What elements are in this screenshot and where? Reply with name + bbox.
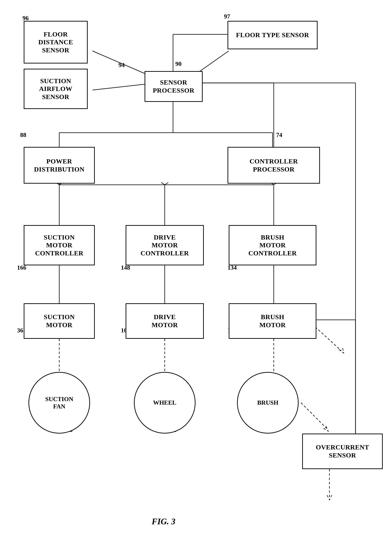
suction-motor-controller-box: SUCTIONMOTORCONTROLLER <box>24 225 95 265</box>
ref-88: 88 <box>20 131 26 139</box>
ref-90: 90 <box>175 60 182 67</box>
brush-motor-box: BRUSHMOTOR <box>229 303 316 339</box>
svg-line-28 <box>315 327 341 351</box>
wheel-circle: WHEEL <box>134 372 196 433</box>
ref-97: 97 <box>224 13 230 20</box>
brush-motor-controller-box: BRUSHMOTORCONTROLLER <box>229 225 316 265</box>
suction-fan-circle: SUCTIONFAN <box>29 372 90 433</box>
ref-74: 74 <box>276 131 282 139</box>
ref-94: 94 <box>118 62 125 69</box>
svg-line-31 <box>301 403 327 429</box>
overcurrent-sensor-box: OVERCURRENTSENSOR <box>302 433 383 469</box>
svg-line-2 <box>92 84 146 90</box>
ref-36: 36 <box>17 327 23 334</box>
floor-type-sensor-box: FLOOR TYPE SENSOR <box>227 21 318 49</box>
suction-airflow-sensor-box: SUCTIONAIRFLOWSENSOR <box>24 69 88 109</box>
power-distribution-box: POWERDISTRIBUTION <box>24 147 95 184</box>
figure-label: FIG. 3 <box>152 516 175 526</box>
suction-motor-box: SUCTIONMOTOR <box>24 303 95 339</box>
controller-processor-box: CONTROLLERPROCESSOR <box>227 147 320 184</box>
diagram-container: 96 97 94 90 88 74 166 148 134 36 104 100… <box>0 0 392 539</box>
brush-circle: BRUSH <box>237 372 299 433</box>
svg-line-1 <box>197 51 229 73</box>
drive-motor-box: DRIVEMOTOR <box>126 303 204 339</box>
floor-distance-sensor-box: FLOORDISTANCESENSOR <box>24 21 88 63</box>
sensor-processor-box: SENSORPROCESSOR <box>145 71 203 102</box>
drive-motor-controller-box: DRIVEMOTORCONTROLLER <box>126 225 204 265</box>
